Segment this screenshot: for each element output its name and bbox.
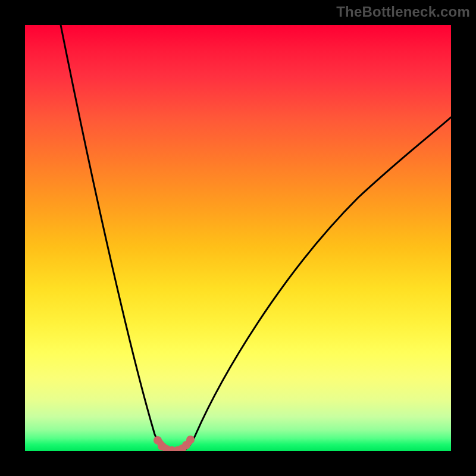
chart-frame: TheBottleneck.com [0,0,476,476]
watermark-text: TheBottleneck.com [336,4,470,20]
bottleneck-curve [61,25,451,451]
dip-dots-group [154,436,195,451]
plot-area [25,25,451,451]
dip-dot [186,436,195,444]
curves-layer [25,25,451,451]
